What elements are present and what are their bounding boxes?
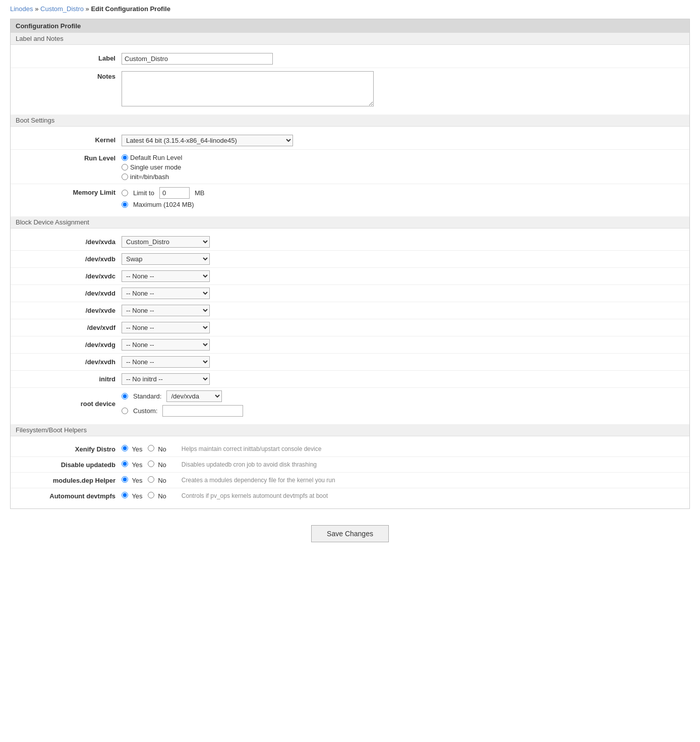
automount-yes-radio[interactable] [122, 492, 128, 498]
subsection-filesystem: Filesystem/Boot Helpers [11, 424, 689, 436]
run-level-single[interactable]: Single user mode [122, 163, 182, 171]
configuration-profile-section: Configuration Profile Label and Notes La… [10, 19, 690, 509]
breadcrumb-distro[interactable]: Custom_Distro [40, 5, 84, 13]
block-label-xvdc: /dev/xvdc [11, 272, 122, 280]
xenify-no-label[interactable]: No [148, 445, 166, 453]
block-select-xvda[interactable]: Custom_Distro -- None -- Swap [122, 236, 210, 248]
memory-limit-label: Memory Limit [11, 187, 122, 196]
automount-description: Controls if pv_ops kernels automount dev… [182, 492, 328, 499]
fs-label-automount: Automount devtmpfs [11, 492, 122, 500]
block-select-xvdg[interactable]: -- None -- Custom_Distro Swap [122, 339, 210, 351]
run-level-init[interactable]: init=/bin/bash [122, 173, 182, 181]
label-input[interactable] [122, 53, 273, 65]
root-device-custom-radio[interactable] [122, 408, 128, 414]
block-device-row-xvdc: /dev/xvdc -- None -- Custom_Distro Swap [11, 268, 689, 285]
section-header-config-profile: Configuration Profile [11, 19, 689, 33]
block-select-xvde[interactable]: -- None -- Custom_Distro Swap [122, 305, 210, 316]
fs-control-updatedb: Yes No Disables updatedb cron job to avo… [122, 461, 689, 469]
notes-textarea[interactable] [122, 71, 374, 106]
block-device-row-xvdd: /dev/xvdd -- None -- Custom_Distro Swap [11, 285, 689, 302]
notes-row: Notes [11, 68, 689, 109]
updatedb-no-label[interactable]: No [148, 461, 166, 469]
updatedb-no-text: No [158, 461, 166, 469]
kernel-control: Latest 64 bit (3.15.4-x86_64-linode45) L… [122, 135, 689, 146]
label-notes-body: Label Notes [11, 45, 689, 115]
memory-limit-control: Limit to MB Maximum (1024 MB) [122, 187, 689, 208]
breadcrumb: Linodes » Custom_Distro » Edit Configura… [10, 5, 690, 13]
modulesdep-no-label[interactable]: No [148, 476, 166, 484]
block-device-body: /dev/xvda Custom_Distro -- None -- Swap … [11, 229, 689, 424]
xenify-no-radio[interactable] [148, 445, 154, 451]
automount-no-radio[interactable] [148, 492, 154, 498]
run-level-label: Run Level [11, 153, 122, 162]
automount-no-label[interactable]: No [148, 492, 166, 500]
block-label-xvdb: /dev/xvdb [11, 255, 122, 263]
block-label-xvda: /dev/xvda [11, 238, 122, 246]
block-select-xvdd[interactable]: -- None -- Custom_Distro Swap [122, 288, 210, 299]
root-device-options: Standard: /dev/xvda /dev/xvdb /dev/xvdc … [122, 390, 243, 417]
fs-label-modulesdep: modules.dep Helper [11, 477, 122, 484]
modulesdep-yes-radio[interactable] [122, 476, 128, 483]
memory-max-radio[interactable] [122, 201, 128, 208]
block-select-initrd[interactable]: -- No initrd -- Custom_Distro Swap [122, 373, 210, 385]
modulesdep-description: Creates a modules dependency file for th… [182, 477, 335, 484]
updatedb-yes-radio[interactable] [122, 461, 128, 467]
root-device-label: root device [11, 400, 122, 408]
run-level-default[interactable]: Default Run Level [122, 154, 182, 161]
subsection-boot-settings: Boot Settings [11, 115, 689, 127]
block-device-row-xvdf: /dev/xvdf -- None -- Custom_Distro Swap [11, 319, 689, 336]
subsection-label-notes: Label and Notes [11, 33, 689, 45]
memory-limit-option: Limit to MB [122, 187, 204, 199]
memory-limit-text: Limit to [133, 189, 154, 197]
updatedb-yes-label[interactable]: Yes [122, 461, 143, 469]
subsection-block-device: Block Device Assignment [11, 216, 689, 229]
memory-limit-radio[interactable] [122, 190, 128, 196]
memory-unit-label: MB [195, 189, 205, 197]
xenify-yes-radio[interactable] [122, 445, 128, 451]
kernel-select[interactable]: Latest 64 bit (3.15.4-x86_64-linode45) L… [122, 135, 293, 146]
save-changes-button[interactable]: Save Changes [311, 525, 389, 542]
automount-yes-text: Yes [132, 492, 142, 500]
block-device-row-xvdg: /dev/xvdg -- None -- Custom_Distro Swap [11, 336, 689, 354]
root-device-standard-select[interactable]: /dev/xvda /dev/xvdb /dev/xvdc [166, 390, 222, 402]
run-level-init-radio[interactable] [122, 174, 128, 180]
kernel-row: Kernel Latest 64 bit (3.15.4-x86_64-lino… [11, 132, 689, 150]
run-level-single-radio[interactable] [122, 164, 128, 170]
modulesdep-yes-text: Yes [132, 477, 142, 484]
block-label-xvdg: /dev/xvdg [11, 341, 122, 349]
label-field-label: Label [11, 53, 122, 62]
updatedb-no-radio[interactable] [148, 461, 154, 467]
kernel-label: Kernel [11, 135, 122, 144]
root-device-custom-input[interactable] [162, 405, 243, 417]
xenify-yes-label[interactable]: Yes [122, 445, 143, 453]
root-device-standard: Standard: /dev/xvda /dev/xvdb /dev/xvdc [122, 390, 243, 402]
block-label-xvde: /dev/xvde [11, 307, 122, 314]
memory-max-label: Maximum (1024 MB) [133, 201, 194, 208]
block-device-row-xvdb: /dev/xvdb Swap Custom_Distro -- None -- [11, 251, 689, 268]
modulesdep-no-radio[interactable] [148, 476, 154, 483]
label-field-control [122, 53, 689, 65]
automount-yes-label[interactable]: Yes [122, 492, 143, 500]
fs-control-automount: Yes No Controls if pv_ops kernels automo… [122, 492, 689, 500]
block-select-xvdb[interactable]: Swap Custom_Distro -- None -- [122, 253, 210, 265]
root-device-standard-radio[interactable] [122, 393, 128, 399]
fs-control-modulesdep: Yes No Creates a modules dependency file… [122, 476, 689, 484]
block-select-xvdh[interactable]: -- None -- Custom_Distro Swap [122, 356, 210, 368]
block-select-xvdc[interactable]: -- None -- Custom_Distro Swap [122, 270, 210, 282]
notes-field-label: Notes [11, 71, 122, 80]
fs-control-xenify: Yes No Helps maintain correct inittab/up… [122, 445, 689, 453]
memory-limit-row: Memory Limit Limit to MB Maximum (1024 M… [11, 184, 689, 211]
label-row: Label [11, 50, 689, 68]
fs-row-automount: Automount devtmpfs Yes No Controls if pv… [11, 488, 689, 503]
root-device-row: root device Standard: /dev/xvda /dev/xvd… [11, 388, 689, 419]
block-select-xvdf[interactable]: -- None -- Custom_Distro Swap [122, 322, 210, 333]
fs-label-updatedb: Disable updatedb [11, 461, 122, 469]
filesystem-body: Xenify Distro Yes No Helps maintain corr… [11, 436, 689, 508]
breadcrumb-linodes[interactable]: Linodes [10, 5, 33, 13]
modulesdep-yes-label[interactable]: Yes [122, 476, 143, 484]
memory-limit-input[interactable] [159, 187, 190, 199]
automount-no-text: No [158, 492, 166, 500]
page-title: Edit Configuration Profile [91, 5, 170, 13]
run-level-default-radio[interactable] [122, 154, 128, 161]
boot-settings-body: Kernel Latest 64 bit (3.15.4-x86_64-lino… [11, 127, 689, 216]
